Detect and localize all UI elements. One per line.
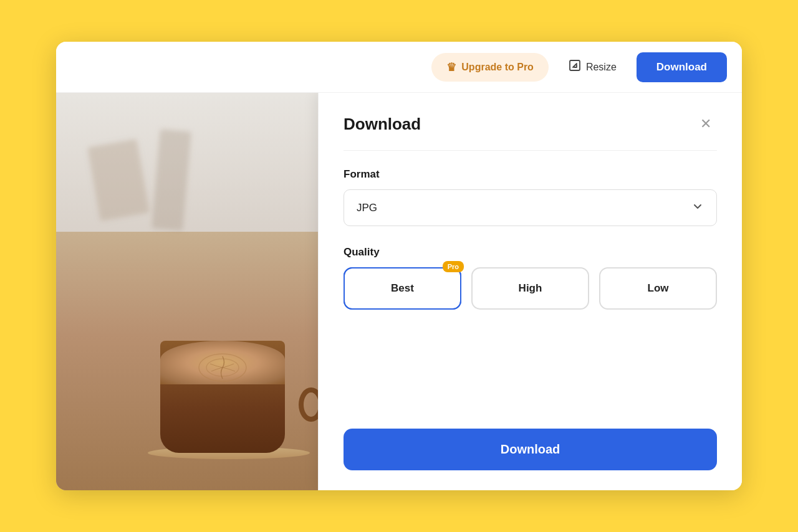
toolbar: ♛ Upgrade to Pro Resize Download (56, 42, 742, 93)
quality-label: Quality (344, 246, 717, 259)
resize-button[interactable]: Resize (559, 52, 627, 82)
quality-high-button[interactable]: High (471, 267, 589, 310)
panel-header: Download ✕ (344, 113, 717, 135)
panel-title: Download (344, 115, 421, 134)
resize-icon (569, 59, 581, 75)
chevron-down-icon (691, 200, 704, 216)
quality-high-label: High (519, 282, 542, 294)
quality-options: Best Pro High Low (344, 267, 717, 310)
header-download-button[interactable]: Download (637, 52, 727, 82)
quality-section: Quality Best Pro High Low (344, 246, 717, 310)
format-label: Format (344, 168, 717, 181)
close-icon: ✕ (700, 116, 711, 132)
upgrade-to-pro-button[interactable]: ♛ Upgrade to Pro (431, 53, 549, 82)
format-dropdown[interactable]: JPG (344, 189, 717, 226)
pro-badge: Pro (443, 261, 464, 272)
quality-low-label: Low (648, 282, 669, 294)
divider (344, 150, 717, 151)
quality-best-label: Best (391, 282, 414, 294)
content-area: Download ✕ Format JPG Quality (56, 93, 742, 490)
quality-low-button[interactable]: Low (599, 267, 717, 310)
format-value: JPG (357, 202, 377, 214)
resize-label: Resize (586, 62, 617, 73)
coffee-cup (148, 291, 310, 453)
upgrade-label: Upgrade to Pro (461, 62, 534, 73)
quality-best-button[interactable]: Best Pro (344, 267, 461, 310)
download-panel: Download ✕ Format JPG Quality (318, 93, 742, 490)
close-button[interactable]: ✕ (695, 113, 717, 135)
app-container: ♛ Upgrade to Pro Resize Download (56, 42, 742, 490)
crown-icon: ♛ (446, 60, 456, 74)
panel-download-button[interactable]: Download (344, 429, 717, 470)
